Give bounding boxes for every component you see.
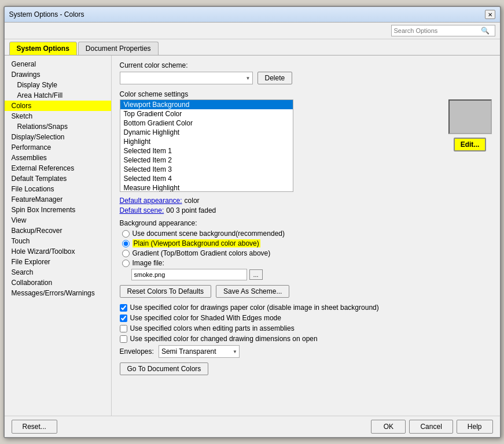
sidebar-item-colors[interactable]: Colors bbox=[5, 101, 111, 111]
color-scheme-dropdown-wrapper bbox=[120, 72, 253, 84]
default-appearance-link[interactable]: Default appearance: bbox=[120, 197, 182, 205]
sidebar-item-display-selection[interactable]: Display/Selection bbox=[5, 132, 111, 142]
checkbox-changed-drawing-dimensions-label: Use specified color for changed drawing … bbox=[130, 335, 318, 343]
sidebar-item-performance[interactable]: Performance bbox=[5, 142, 111, 153]
sidebar-item-messages-errors-warnings[interactable]: Messages/Errors/Warnings bbox=[5, 288, 111, 298]
radio-gradient-label: Gradient (Top/Bottom Gradient colors abo… bbox=[133, 249, 271, 257]
default-scene-link[interactable]: Default scene: bbox=[120, 206, 164, 214]
radio-image-file-label: Image file: bbox=[133, 259, 164, 267]
sidebar-item-display-style[interactable]: Display Style bbox=[5, 80, 111, 90]
radio-plain-viewport: Plain (Viewport Background color above) bbox=[120, 239, 492, 247]
checkbox-drawings-paper-color-label: Use specified color for drawings paper c… bbox=[130, 304, 379, 312]
reset-colors-button[interactable]: Reset Colors To Defaults bbox=[120, 285, 212, 298]
checkbox-row-1: Use specified color for drawings paper c… bbox=[120, 304, 492, 312]
search-icon: 🔍 bbox=[481, 27, 490, 35]
save-as-scheme-button[interactable]: Save As Scheme... bbox=[216, 285, 289, 298]
envelopes-select-wrapper: Semi Transparent Opaque Transparent bbox=[159, 345, 240, 358]
image-file-input[interactable] bbox=[131, 269, 247, 280]
ok-button[interactable]: OK bbox=[371, 420, 406, 434]
radio-use-document-scene: Use document scene background(recommende… bbox=[120, 230, 492, 238]
default-appearance-row: Default appearance: color bbox=[120, 197, 492, 205]
checkbox-row-2: Use specified color for Shaded With Edge… bbox=[120, 314, 492, 322]
radio-gradient-input[interactable] bbox=[122, 250, 130, 257]
color-list-item-highlight[interactable]: Highlight bbox=[120, 137, 293, 146]
radio-use-document-scene-label: Use document scene background(recommende… bbox=[133, 230, 285, 238]
color-list-item-selected-item-1[interactable]: Selected Item 1 bbox=[120, 146, 293, 156]
sidebar-item-backup-recover[interactable]: Backup/Recover bbox=[5, 225, 111, 236]
sidebar-item-external-references[interactable]: External References bbox=[5, 163, 111, 173]
sidebar-item-spin-box-increments[interactable]: Spin Box Increments bbox=[5, 205, 111, 215]
search-bar: 🔍 bbox=[5, 23, 500, 39]
color-list-item-selected-item-4[interactable]: Selected Item 4 bbox=[120, 174, 293, 183]
radio-gradient: Gradient (Top/Bottom Gradient colors abo… bbox=[120, 249, 492, 257]
envelopes-label: Envelopes: bbox=[120, 347, 154, 356]
radio-use-document-scene-input[interactable] bbox=[122, 230, 130, 238]
color-list-item-top-gradient[interactable]: Top Gradient Color bbox=[120, 109, 293, 119]
tab-system-options[interactable]: System Options bbox=[9, 42, 77, 56]
sidebar-item-file-locations[interactable]: File Locations bbox=[5, 184, 111, 194]
color-preview-panel: Edit... bbox=[448, 90, 492, 192]
radio-image-file: Image file: bbox=[120, 259, 492, 267]
bottom-bar: Reset... OK Cancel Help bbox=[5, 416, 500, 437]
sidebar-item-feature-manager[interactable]: FeatureManager bbox=[5, 194, 111, 205]
color-list-item-bottom-gradient[interactable]: Bottom Gradient Color bbox=[120, 119, 293, 128]
main-content: General Drawings Display Style Area Hatc… bbox=[5, 56, 500, 416]
sidebar-item-search[interactable]: Search bbox=[5, 267, 111, 278]
color-list[interactable]: Viewport Background Top Gradient Color B… bbox=[120, 99, 293, 192]
color-list-item-selected-item-3[interactable]: Selected Item 3 bbox=[120, 165, 293, 174]
checkbox-shaded-with-edges[interactable] bbox=[120, 314, 127, 322]
sidebar-item-view[interactable]: View bbox=[5, 215, 111, 225]
color-list-item-measure-highlight[interactable]: Measure Highlight bbox=[120, 183, 293, 192]
checkbox-drawings-paper-color[interactable] bbox=[120, 304, 127, 312]
color-list-item-selected-item-2[interactable]: Selected Item 2 bbox=[120, 156, 293, 165]
sidebar-item-collaboration[interactable]: Collaboration bbox=[5, 278, 111, 288]
color-scheme-settings: Color scheme settings Viewport Backgroun… bbox=[120, 90, 492, 192]
default-scene-value: 00 3 point faded bbox=[166, 206, 216, 214]
radio-image-file-input[interactable] bbox=[122, 260, 130, 267]
sidebar-item-area-hatch-fill[interactable]: Area Hatch/Fill bbox=[5, 90, 111, 101]
sidebar-item-file-explorer[interactable]: File Explorer bbox=[5, 257, 111, 267]
sidebar: General Drawings Display Style Area Hatc… bbox=[5, 56, 112, 416]
edit-button[interactable]: Edit... bbox=[454, 138, 487, 151]
default-appearance-value: color bbox=[185, 197, 200, 205]
dialog-title: System Options - Colors bbox=[9, 10, 84, 18]
sidebar-item-touch[interactable]: Touch bbox=[5, 236, 111, 246]
background-appearance-label: Background appearance: bbox=[120, 219, 492, 227]
sidebar-item-assemblies[interactable]: Assemblies bbox=[5, 153, 111, 163]
title-bar: System Options - Colors ✕ bbox=[5, 7, 500, 23]
color-list-item-viewport-background[interactable]: Viewport Background bbox=[120, 100, 293, 109]
sidebar-item-drawings[interactable]: Drawings bbox=[5, 69, 111, 80]
checkbox-changed-drawing-dimensions[interactable] bbox=[120, 335, 127, 343]
radio-plain-viewport-input[interactable] bbox=[122, 240, 130, 247]
sidebar-item-hole-wizard-toolbox[interactable]: Hole Wizard/Toolbox bbox=[5, 246, 111, 257]
color-scheme-row: Delete bbox=[120, 72, 492, 84]
sidebar-item-relations-snaps[interactable]: Relations/Snaps bbox=[5, 121, 111, 132]
checkbox-shaded-with-edges-label: Use specified color for Shaded With Edge… bbox=[130, 314, 281, 322]
radio-plain-viewport-label: Plain (Viewport Background color above) bbox=[133, 239, 260, 247]
checkbox-editing-parts-assemblies[interactable] bbox=[120, 325, 127, 332]
sidebar-reset-button[interactable]: Reset... bbox=[12, 420, 57, 434]
delete-button[interactable]: Delete bbox=[257, 72, 293, 84]
go-to-document-colors-button[interactable]: Go To Document Colors bbox=[120, 362, 209, 375]
image-file-row: ... bbox=[120, 269, 492, 280]
reset-save-buttons-row: Reset Colors To Defaults Save As Scheme.… bbox=[120, 285, 492, 298]
background-appearance: Background appearance: Use document scen… bbox=[120, 219, 492, 280]
search-wrapper: 🔍 bbox=[391, 25, 495, 36]
current-color-scheme-label: Current color scheme: bbox=[120, 61, 492, 69]
tab-document-properties[interactable]: Document Properties bbox=[78, 42, 159, 55]
cancel-button[interactable]: Cancel bbox=[409, 420, 453, 434]
envelopes-select[interactable]: Semi Transparent Opaque Transparent bbox=[159, 345, 240, 358]
color-scheme-select[interactable] bbox=[120, 72, 253, 84]
help-button[interactable]: Help bbox=[457, 420, 493, 434]
color-list-item-dynamic-highlight[interactable]: Dynamic Highlight bbox=[120, 128, 293, 137]
checkbox-row-3: Use specified colors when editing parts … bbox=[120, 324, 492, 332]
search-input[interactable] bbox=[394, 27, 481, 34]
checkbox-editing-parts-assemblies-label: Use specified colors when editing parts … bbox=[130, 324, 295, 332]
sidebar-item-default-templates[interactable]: Default Templates bbox=[5, 173, 111, 184]
sidebar-item-sketch[interactable]: Sketch bbox=[5, 111, 111, 121]
close-button[interactable]: ✕ bbox=[485, 10, 495, 19]
color-preview-box bbox=[448, 99, 492, 134]
browse-button[interactable]: ... bbox=[249, 269, 263, 280]
sidebar-item-general[interactable]: General bbox=[5, 59, 111, 69]
content-area: Current color scheme: Delete Color schem… bbox=[112, 56, 500, 416]
